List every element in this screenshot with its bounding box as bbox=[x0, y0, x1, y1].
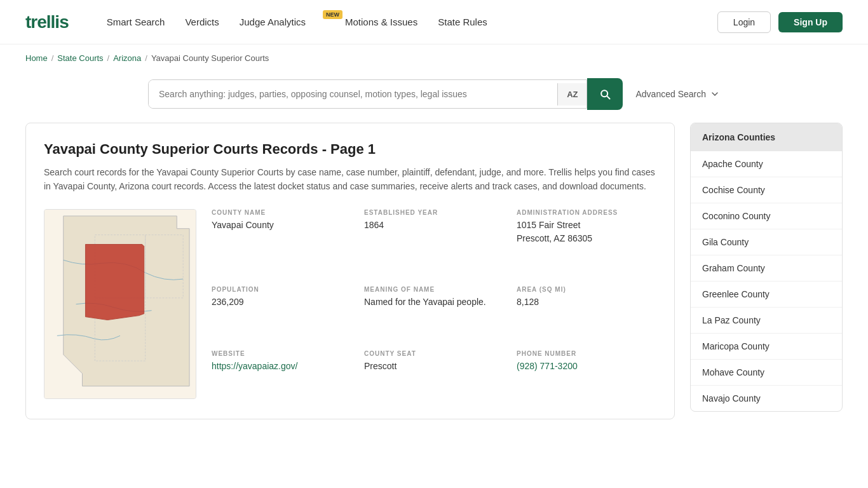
established-year-block: ESTABLISHED YEAR 1864 bbox=[364, 209, 504, 274]
site-header: trellis Smart Search Verdicts Judge Anal… bbox=[0, 0, 868, 44]
sidebar-item-lapaz[interactable]: La Paz County bbox=[691, 308, 842, 334]
website-link[interactable]: https://yavapaiaz.gov/ bbox=[212, 361, 297, 371]
breadcrumb-sep-3: / bbox=[145, 53, 147, 63]
address-label: ADMINISTRATION ADDRESS bbox=[517, 209, 656, 216]
area-value: 8,128 bbox=[517, 295, 656, 309]
advanced-search[interactable]: Advanced Search bbox=[635, 89, 720, 99]
phone-number[interactable]: (928) 771-3200 bbox=[517, 361, 578, 371]
sidebar-item-cochise[interactable]: Cochise County bbox=[691, 177, 842, 203]
population-value: 236,209 bbox=[212, 295, 351, 309]
nav-motions-issues[interactable]: Motions & Issues bbox=[345, 17, 417, 27]
nav-smart-search[interactable]: Smart Search bbox=[107, 17, 165, 27]
header-actions: Login Sign Up bbox=[717, 11, 843, 33]
search-icon bbox=[599, 88, 611, 100]
established-value: 1864 bbox=[364, 219, 504, 232]
content-area: Yavapai County Superior Courts Records -… bbox=[25, 123, 675, 419]
address-block: ADMINISTRATION ADDRESS 1015 Fair Street … bbox=[517, 209, 656, 274]
county-details: COUNTY NAME Yavapai County ESTABLISHED Y… bbox=[212, 209, 656, 402]
search-section: AZ Advanced Search bbox=[0, 72, 868, 123]
search-button[interactable] bbox=[587, 78, 623, 110]
sidebar-item-apache[interactable]: Apache County bbox=[691, 151, 842, 177]
seat-value: Prescott bbox=[364, 360, 504, 373]
chevron-down-icon bbox=[710, 89, 720, 99]
search-bar: AZ Advanced Search bbox=[148, 78, 720, 110]
breadcrumb-current: Yavapai County Superior Courts bbox=[151, 53, 269, 63]
sidebar-header: Arizona Counties bbox=[691, 123, 842, 151]
breadcrumb-state-courts[interactable]: State Courts bbox=[57, 53, 103, 63]
sidebar-item-maricopa[interactable]: Maricopa County bbox=[691, 334, 842, 360]
website-block: WEBSITE https://yavapaiaz.gov/ bbox=[212, 350, 351, 402]
phone-label: PHONE NUMBER bbox=[517, 350, 656, 357]
state-badge: AZ bbox=[557, 83, 587, 105]
nav-judge-analytics[interactable]: Judge Analytics NEW bbox=[240, 17, 325, 27]
area-label: AREA (SQ MI) bbox=[517, 286, 656, 293]
population-label: POPULATION bbox=[212, 286, 351, 293]
website-label: WEBSITE bbox=[212, 350, 351, 357]
sidebar-item-navajo[interactable]: Navajo County bbox=[691, 386, 842, 411]
site-logo[interactable]: trellis bbox=[25, 12, 69, 32]
county-name-block: COUNTY NAME Yavapai County bbox=[212, 209, 351, 274]
arizona-map bbox=[44, 209, 196, 400]
nav-verdicts[interactable]: Verdicts bbox=[185, 17, 219, 27]
signup-button[interactable]: Sign Up bbox=[778, 12, 843, 32]
breadcrumb-sep-1: / bbox=[51, 53, 54, 63]
breadcrumb-arizona[interactable]: Arizona bbox=[113, 53, 141, 63]
search-input-container: AZ bbox=[148, 79, 587, 109]
breadcrumb: Home / State Courts / Arizona / Yavapai … bbox=[0, 44, 868, 72]
meaning-label: MEANING OF NAME bbox=[364, 286, 504, 293]
county-name-value: Yavapai County bbox=[212, 219, 351, 232]
new-badge: NEW bbox=[323, 10, 342, 19]
county-name-label: COUNTY NAME bbox=[212, 209, 351, 216]
county-map bbox=[44, 209, 196, 402]
login-button[interactable]: Login bbox=[717, 11, 771, 33]
sidebar-item-mohave[interactable]: Mohave County bbox=[691, 360, 842, 386]
sidebar-item-coconino[interactable]: Coconino County bbox=[691, 203, 842, 229]
sidebar-item-gila[interactable]: Gila County bbox=[691, 229, 842, 255]
website-value: https://yavapaiaz.gov/ bbox=[212, 360, 351, 373]
phone-value: (928) 771-3200 bbox=[517, 360, 656, 373]
address-value: 1015 Fair Street Prescott, AZ 86305 bbox=[517, 219, 656, 245]
established-label: ESTABLISHED YEAR bbox=[364, 209, 504, 216]
seat-block: COUNTY SEAT Prescott bbox=[364, 350, 504, 402]
sidebar-item-greenlee[interactable]: Greenlee County bbox=[691, 281, 842, 308]
sidebar-item-graham[interactable]: Graham County bbox=[691, 255, 842, 281]
page-description: Search court records for the Yavapai Cou… bbox=[44, 165, 656, 194]
breadcrumb-sep-2: / bbox=[107, 53, 110, 63]
main-layout: Yavapai County Superior Courts Records -… bbox=[0, 123, 868, 419]
area-block: AREA (SQ MI) 8,128 bbox=[517, 286, 656, 337]
page-title: Yavapai County Superior Courts Records -… bbox=[44, 141, 656, 158]
meaning-block: MEANING OF NAME Named for the Yavapai pe… bbox=[364, 286, 504, 337]
seat-label: COUNTY SEAT bbox=[364, 350, 504, 357]
phone-block: PHONE NUMBER (928) 771-3200 bbox=[517, 350, 656, 402]
advanced-search-label: Advanced Search bbox=[635, 89, 706, 99]
nav-state-rules[interactable]: State Rules bbox=[438, 17, 487, 27]
search-input[interactable] bbox=[149, 80, 557, 108]
sidebar: Arizona Counties Apache County Cochise C… bbox=[690, 123, 843, 412]
population-block: POPULATION 236,209 bbox=[212, 286, 351, 337]
breadcrumb-home[interactable]: Home bbox=[25, 53, 48, 63]
meaning-value: Named for the Yavapai people. bbox=[364, 295, 504, 309]
main-nav: Smart Search Verdicts Judge Analytics NE… bbox=[107, 17, 487, 27]
county-info: COUNTY NAME Yavapai County ESTABLISHED Y… bbox=[44, 209, 656, 402]
